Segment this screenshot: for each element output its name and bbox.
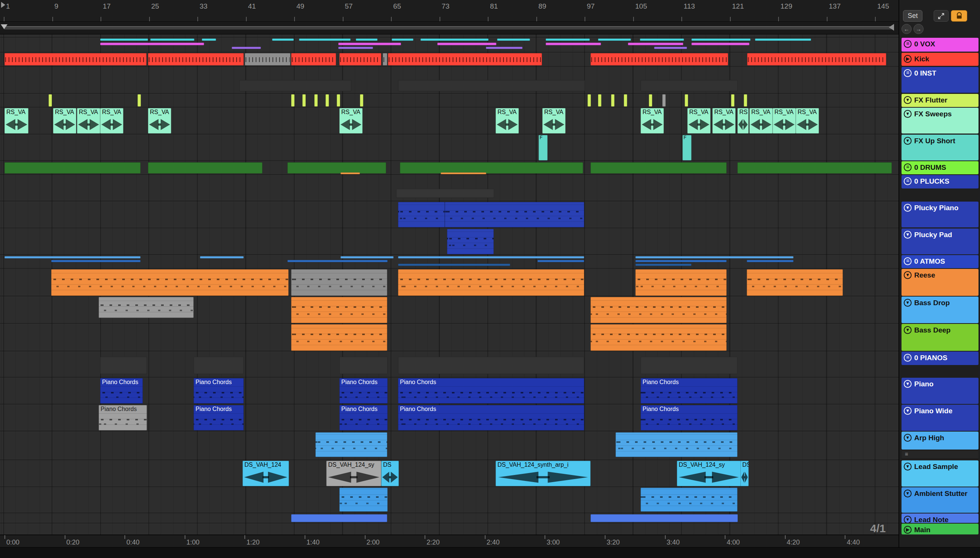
clip-bdrop[interactable]: [99, 297, 194, 318]
clip-flutter[interactable]: [291, 94, 294, 107]
track-header-plucks[interactable]: ≡0 PLUCKS: [901, 175, 978, 189]
clip-bdeep[interactable]: [591, 324, 726, 351]
clip-reese[interactable]: [291, 269, 387, 296]
forward-arrow-button[interactable]: →: [913, 24, 924, 34]
clip-flutter[interactable]: [662, 94, 666, 107]
arrangement-overview-scrollbar[interactable]: [0, 22, 898, 34]
track-header-pianos[interactable]: ≡0 PIANOS: [901, 351, 978, 365]
clip-kick[interactable]: [388, 53, 542, 66]
track-header-piano[interactable]: ▼Piano: [901, 378, 978, 404]
clip-kick[interactable]: [747, 53, 886, 66]
fold-icon[interactable]: ▼: [904, 489, 911, 497]
fold-icon[interactable]: ▼: [904, 110, 911, 118]
clip-arp[interactable]: [615, 432, 738, 457]
clip-sweeps[interactable]: RS_VA: [641, 108, 664, 133]
clip-sweeps[interactable]: RS_VA: [77, 108, 100, 133]
playhead-marker-icon[interactable]: [1, 2, 5, 8]
clip-flutter[interactable]: [360, 94, 363, 107]
clip-ambient[interactable]: [339, 488, 388, 512]
track-lane-lnote[interactable]: [0, 513, 898, 523]
fold-icon[interactable]: ▼: [904, 137, 911, 145]
clip-ppiano[interactable]: [398, 202, 445, 227]
clip-vox[interactable]: [692, 39, 751, 41]
clip-pianos[interactable]: [641, 357, 738, 374]
clip-lead[interactable]: DS_VAH_124_synth_arp_i: [496, 461, 591, 486]
clip-drums[interactable]: [5, 162, 141, 174]
clip-vox[interactable]: [598, 39, 631, 41]
clip-reese[interactable]: [635, 269, 726, 296]
clip-vox[interactable]: [272, 39, 294, 41]
track-header-arp[interactable]: ▼Arp High: [901, 432, 978, 450]
scroll-rail[interactable]: [4, 26, 893, 30]
clip-vox[interactable]: [202, 39, 216, 41]
clip-vox[interactable]: [486, 47, 522, 49]
clip-flutter[interactable]: [49, 94, 52, 107]
play-icon[interactable]: ▶: [904, 526, 911, 534]
clip-sweeps[interactable]: RS_VA: [148, 108, 171, 133]
clip-pianos[interactable]: [194, 357, 244, 374]
scroll-handle-right-icon[interactable]: [889, 24, 894, 31]
clip-piano[interactable]: Piano Chords: [339, 378, 388, 404]
clip-drums[interactable]: [288, 162, 386, 174]
fold-icon[interactable]: ▼: [904, 231, 911, 239]
clip-upshort[interactable]: F: [682, 135, 692, 161]
track-header-vox[interactable]: ≡0 VOX: [901, 38, 978, 52]
fold-icon[interactable]: ▼: [904, 299, 911, 307]
bar-ruler[interactable]: 1917253341495765738189971051131211291371…: [0, 0, 898, 22]
clip-atmos[interactable]: [51, 260, 141, 262]
clip-pwide[interactable]: Piano Chords: [339, 405, 388, 430]
clip-vox[interactable]: [356, 39, 378, 41]
clip-inst[interactable]: [641, 80, 738, 91]
clip-sweeps[interactable]: RS_VA: [339, 108, 363, 133]
track-lane-upshort[interactable]: [0, 134, 898, 161]
group-icon[interactable]: ≡: [904, 40, 911, 48]
clip-vox[interactable]: [497, 39, 530, 41]
clip-pwide[interactable]: Piano Chords: [641, 405, 738, 430]
clip-reese[interactable]: [51, 269, 288, 296]
expand-icon[interactable]: [934, 10, 949, 22]
clip-flutter[interactable]: [137, 94, 141, 107]
clip-bdeep[interactable]: [291, 324, 387, 351]
clip-vox[interactable]: [755, 39, 811, 41]
clip-piano[interactable]: Piano Chords: [100, 378, 143, 404]
clip-kick[interactable]: [5, 53, 147, 66]
clip-reese[interactable]: [747, 269, 843, 296]
clip-atmos[interactable]: [200, 256, 244, 258]
track-lane-bdeep[interactable]: [0, 323, 898, 351]
clip-vox[interactable]: [546, 39, 590, 41]
clip-bdrop[interactable]: [291, 297, 387, 323]
clip-flutter[interactable]: [587, 94, 591, 107]
clip-drums[interactable]: [340, 172, 360, 174]
back-arrow-button[interactable]: ←: [901, 24, 911, 34]
clip-sweeps[interactable]: RS_VA: [796, 108, 819, 133]
clip-inst[interactable]: [239, 80, 351, 91]
clip-kick[interactable]: [383, 53, 387, 66]
clip-reese[interactable]: [398, 269, 584, 296]
track-header-main[interactable]: ▶Main: [901, 524, 978, 535]
clip-piano[interactable]: Piano Chords: [641, 378, 738, 404]
track-header-kick[interactable]: ▶Kick: [901, 53, 978, 66]
clip-atmos[interactable]: [635, 264, 692, 266]
clip-atmos[interactable]: [398, 256, 584, 258]
clip-piano[interactable]: Piano Chords: [398, 378, 584, 404]
clip-atmos[interactable]: [288, 260, 388, 262]
track-lane-ambient[interactable]: [0, 487, 898, 513]
clip-lnote[interactable]: [291, 514, 387, 522]
clip-flutter[interactable]: [303, 94, 306, 107]
clip-atmos[interactable]: [635, 260, 726, 262]
clip-lnote[interactable]: [591, 514, 738, 522]
clip-atmos[interactable]: [747, 260, 793, 262]
track-header-flutter[interactable]: ▼FX Flutter: [901, 94, 978, 107]
clip-sweeps[interactable]: RS_VA: [772, 108, 796, 133]
track-header-sweeps[interactable]: ▼FX Sweeps: [901, 108, 978, 133]
fold-icon[interactable]: ▼: [904, 96, 911, 104]
group-icon[interactable]: ≡: [904, 177, 911, 185]
scroll-handle-left-icon[interactable]: [1, 24, 8, 29]
fold-icon[interactable]: ▼: [904, 326, 911, 334]
clip-atmos[interactable]: [398, 264, 510, 266]
clip-kick[interactable]: [148, 53, 244, 66]
clip-flutter[interactable]: [731, 94, 735, 107]
fold-icon[interactable]: ▼: [904, 434, 911, 442]
clip-upshort[interactable]: F: [538, 135, 548, 161]
clip-lead[interactable]: DS: [381, 461, 399, 486]
